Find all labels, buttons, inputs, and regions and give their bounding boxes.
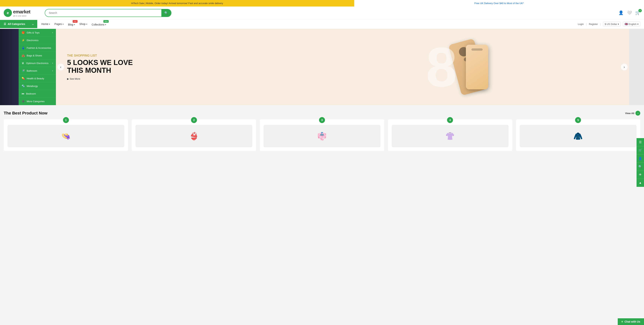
nav-inner: ☰ All Categories ⌵ Home ▾ Pages ▾ Hot! B…: [0, 19, 644, 29]
language-selector[interactable]: 🇬🇧 English ▾: [623, 21, 640, 26]
hero-see-more-link[interactable]: ▶ See More: [67, 77, 133, 80]
right-sidebar-menu[interactable]: ☰: [636, 138, 644, 146]
more-categories-icon: ➕: [22, 100, 25, 103]
product-card-5[interactable]: 5 🧥: [516, 119, 640, 151]
metallurgy-icon: 🔩: [22, 84, 25, 87]
wishlist-icon[interactable]: 🤍: [627, 10, 632, 15]
all-categories-button[interactable]: ☰ All Categories ⌵: [0, 20, 37, 28]
bags-shoes-icon: 👜: [22, 54, 25, 57]
flag-icon: 🇬🇧: [624, 22, 628, 25]
chevron-down-icon: ▾: [62, 23, 64, 25]
section-header: The Best Product Now View All →: [4, 111, 640, 116]
nav-item-blog[interactable]: Hot! Blog ▾: [66, 19, 77, 29]
header: e emarket all in one store 🔍 👤 🤍 🛒 0: [0, 6, 644, 19]
view-all-button[interactable]: View All →: [625, 111, 640, 116]
sidebar-item-gifts-toys[interactable]: 🎁 Gifts & Toys ›: [19, 29, 56, 36]
chevron-right-icon: ›: [52, 69, 53, 72]
sidebar-item-bathroom[interactable]: 🚿 Bathroom ›: [19, 67, 56, 75]
nav-divider-2: |: [600, 23, 601, 25]
login-link[interactable]: Login: [578, 23, 584, 25]
search-button[interactable]: 🔍: [161, 9, 171, 16]
register-link[interactable]: Register: [589, 23, 598, 25]
product-image-3: 👘: [264, 125, 380, 147]
chevron-down-icon: ▾: [86, 23, 87, 25]
hero-see-more-label: See More: [70, 77, 80, 80]
right-panel: [629, 29, 644, 105]
hot-badge: Hot!: [73, 20, 78, 23]
logo-icon: e: [4, 9, 12, 17]
logo-title: emarket: [13, 9, 30, 15]
search-icon: 🔍: [164, 11, 168, 14]
product-card-1[interactable]: 1 👒: [4, 119, 128, 151]
sidebar-item-label: Bedroom: [26, 92, 36, 95]
chevron-right-icon: ›: [52, 31, 53, 34]
sidebar-item-label: Bags & Shoes: [27, 54, 42, 57]
sidebar-item-metallurgy[interactable]: 🔩 Metallurgy: [19, 82, 56, 90]
currency-label: $ US Dollar: [605, 23, 617, 25]
nav-item-pages[interactable]: Pages ▾: [52, 20, 66, 28]
nav-item-home[interactable]: Home ▾: [39, 20, 52, 28]
sidebar-item-bedroom[interactable]: 🛏 Bedroom: [19, 90, 56, 97]
nav-divider: |: [586, 23, 586, 25]
sidebar-item-label: Optimum Electronics: [26, 62, 48, 65]
section-title: The Best Product Now: [4, 111, 48, 116]
product-card-3[interactable]: 3 👘: [260, 119, 384, 151]
chevron-down-icon: ▾: [49, 23, 50, 25]
main-area: 🎁 Gifts & Toys › ⚡ Electronics 👗 Fashion…: [0, 29, 644, 105]
sidebar-item-optimum-electronics[interactable]: 🖥 Optimum Electronics ›: [19, 59, 56, 67]
hero-subtitle: THE SHOPPING LIST: [67, 54, 133, 57]
sidebar-item-label: More Categories: [27, 100, 44, 103]
bathroom-icon: 🚿: [22, 69, 25, 72]
top-banner-right-text: Free UK Delivery Over $40 to Most of the…: [474, 2, 524, 5]
hero-content: THE SHOPPING LIST 5 LOOKS WE LOVE THIS M…: [67, 54, 133, 80]
hero-title: 5 LOOKS WE LOVE THIS MONTH: [67, 59, 133, 74]
sidebar-item-label: Electronics: [27, 39, 38, 42]
bedroom-icon: 🛏: [22, 92, 24, 95]
sidebar: 🎁 Gifts & Toys › ⚡ Electronics 👗 Fashion…: [19, 29, 56, 105]
chevron-down-icon: ▾: [637, 23, 638, 25]
hero-prev-button[interactable]: ‹: [58, 64, 64, 70]
chevron-down-icon: ⌵: [32, 22, 34, 25]
product-card-2[interactable]: 2 👙: [132, 119, 256, 151]
cart-count: 0: [638, 9, 642, 12]
hero-phones: [314, 29, 629, 105]
sidebar-item-label: Metallurgy: [27, 85, 38, 87]
sidebar-item-electronics[interactable]: ⚡ Electronics: [19, 36, 56, 44]
top-banner-left-text: HiTech Sale | Mobile, Order today! Arriv…: [131, 2, 223, 5]
nav-item-collections[interactable]: New Collections ▾: [90, 19, 108, 29]
cart-icon[interactable]: 🛒 0: [635, 10, 640, 15]
health-beauty-icon: 💊: [22, 77, 25, 80]
right-sidebar-cart[interactable]: 🛒: [636, 146, 644, 151]
sidebar-item-health-beauty[interactable]: 💊 Health & Beauty: [19, 75, 56, 82]
sidebar-item-fashion[interactable]: 👗 Fashion & Accessories: [19, 44, 56, 52]
account-icon[interactable]: 👤: [618, 10, 624, 15]
language-label: English: [628, 23, 636, 25]
hero-big-number: 8: [426, 39, 457, 95]
sidebar-item-label: Bathroom: [27, 69, 37, 72]
chevron-right-icon: ›: [52, 62, 53, 64]
product-image-4: 👚: [392, 125, 508, 147]
fashion-icon: 👗: [22, 46, 25, 49]
view-all-label: View All: [625, 112, 634, 115]
sidebar-item-label: Gifts & Toys: [27, 31, 40, 34]
currency-selector[interactable]: $ US Dollar ▾: [603, 22, 621, 26]
product-number-3: 3: [319, 117, 325, 123]
new-badge: New: [104, 20, 109, 23]
products-row: 1 👒 2 👙 3 👘 4 👚 5 🧥: [4, 119, 640, 151]
product-card-4[interactable]: 4 👚: [388, 119, 512, 151]
search-input[interactable]: [45, 9, 161, 16]
chevron-down-icon: ▾: [74, 24, 75, 26]
nav-right: Login | Register | $ US Dollar ▾ 🇬🇧 Engl…: [578, 21, 644, 26]
top-banner-left: HiTech Sale | Mobile, Order today! Arriv…: [0, 0, 354, 6]
chevron-down-icon: ▾: [618, 23, 619, 25]
sidebar-item-more-categories[interactable]: ➕ More Categories: [19, 97, 56, 105]
hero-next-button[interactable]: ›: [621, 64, 628, 70]
product-number-1: 1: [63, 117, 69, 123]
sidebar-item-label: Health & Beauty: [27, 77, 44, 80]
electronics-icon: ⚡: [22, 39, 25, 42]
top-banner-right: Free UK Delivery Over $40 to Most of the…: [354, 0, 644, 6]
search-bar: 🔍: [45, 9, 172, 17]
sidebar-item-bags-shoes[interactable]: 👜 Bags & Shoes: [19, 52, 56, 59]
nav-menu: Home ▾ Pages ▾ Hot! Blog ▾ Shop ▾ New Co…: [37, 19, 578, 29]
nav-item-shop[interactable]: Shop ▾: [77, 20, 90, 28]
